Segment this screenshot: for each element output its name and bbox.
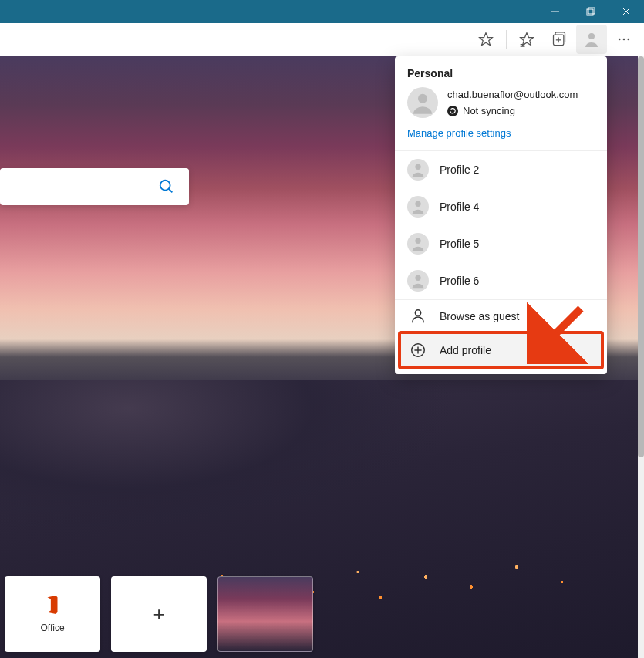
close-icon	[622, 7, 631, 16]
sync-status-row: Not syncing	[447, 105, 578, 116]
star-icon	[478, 32, 494, 47]
svg-point-20	[415, 201, 420, 207]
vertical-scrollbar[interactable]	[638, 56, 644, 658]
tile-thumbnail[interactable]	[217, 576, 313, 652]
profile-item[interactable]: Profile 5	[395, 225, 607, 262]
guest-icon	[407, 308, 429, 325]
profile-label: Profile 5	[440, 238, 479, 250]
profile-item[interactable]: Profile 6	[395, 262, 607, 299]
scrollbar-thumb[interactable]	[638, 56, 644, 457]
collections-icon	[551, 32, 567, 47]
sync-status-text: Not syncing	[463, 105, 515, 116]
profile-label: Profile 4	[440, 201, 479, 213]
restore-icon	[586, 7, 595, 16]
search-icon	[158, 178, 175, 195]
svg-line-17	[169, 189, 173, 193]
svg-point-23	[415, 310, 420, 316]
window-close-button[interactable]	[609, 0, 644, 23]
tile-office[interactable]: Office	[5, 576, 100, 652]
favorite-button[interactable]	[470, 25, 501, 54]
collections-button[interactable]	[544, 25, 575, 54]
person-icon	[410, 90, 435, 115]
profile-button[interactable]	[576, 25, 607, 54]
flyout-heading: Personal	[407, 67, 595, 79]
toolbar-separator	[506, 30, 507, 49]
avatar	[407, 233, 429, 255]
quick-links: Office +	[5, 576, 313, 652]
settings-menu-button[interactable]	[609, 25, 639, 54]
user-email: chad.buenaflor@outlook.com	[447, 89, 578, 100]
sync-status-icon	[447, 106, 458, 116]
current-profile: chad.buenaflor@outlook.com Not syncing	[407, 87, 595, 118]
svg-point-15	[628, 39, 630, 41]
avatar	[407, 196, 429, 218]
avatar	[407, 270, 429, 292]
minimize-icon	[551, 7, 560, 16]
guest-label: Browse as guest	[440, 310, 520, 322]
svg-point-21	[415, 238, 420, 244]
svg-point-22	[415, 275, 420, 281]
svg-point-19	[415, 164, 420, 170]
profile-flyout: Personal chad.buenaflor@outlook.com Not …	[395, 56, 607, 374]
add-profile-icon	[407, 342, 429, 359]
window-titlebar	[0, 0, 644, 23]
svg-marker-5	[480, 33, 493, 46]
svg-rect-2	[588, 8, 595, 14]
person-icon	[582, 30, 601, 49]
user-info: chad.buenaflor@outlook.com Not syncing	[447, 89, 578, 116]
tile-add[interactable]: +	[111, 576, 207, 652]
window-minimize-button[interactable]	[538, 0, 573, 23]
svg-point-12	[588, 33, 595, 39]
favorites-list-button[interactable]	[511, 25, 542, 54]
person-icon	[410, 198, 427, 215]
window-restore-button[interactable]	[573, 0, 609, 23]
profile-item[interactable]: Profile 2	[395, 151, 607, 188]
profile-item[interactable]: Profile 4	[395, 188, 607, 225]
browser-toolbar	[0, 23, 644, 56]
avatar	[407, 87, 438, 118]
svg-marker-6	[521, 33, 534, 46]
svg-point-13	[619, 39, 621, 41]
person-icon	[410, 161, 427, 178]
svg-point-18	[418, 94, 427, 103]
add-profile-label: Add profile	[440, 344, 491, 356]
plus-icon: +	[153, 602, 164, 626]
person-icon	[410, 272, 427, 289]
add-profile[interactable]: Add profile	[400, 332, 602, 368]
browse-as-guest[interactable]: Browse as guest	[395, 300, 607, 332]
search-box[interactable]	[0, 168, 189, 205]
avatar	[407, 159, 429, 181]
tile-label: Office	[40, 623, 64, 633]
profile-label: Profile 2	[440, 164, 479, 176]
svg-point-14	[623, 39, 625, 41]
ellipsis-icon	[616, 32, 632, 47]
person-icon	[410, 235, 427, 252]
svg-rect-1	[587, 9, 593, 15]
manage-profile-settings-link[interactable]: Manage profile settings	[407, 127, 511, 139]
star-list-icon	[519, 32, 534, 47]
svg-point-16	[160, 181, 170, 191]
flyout-header-section: Personal chad.buenaflor@outlook.com Not …	[395, 56, 607, 150]
office-icon	[42, 595, 62, 615]
profile-label: Profile 6	[440, 275, 479, 287]
